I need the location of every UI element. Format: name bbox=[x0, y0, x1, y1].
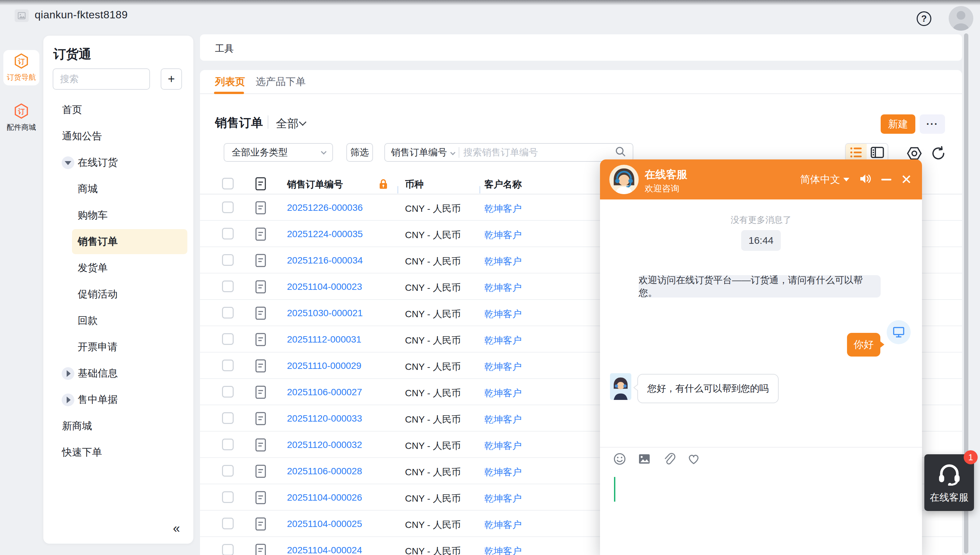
user-avatar[interactable] bbox=[949, 6, 973, 30]
chevron-right-icon[interactable] bbox=[62, 393, 74, 406]
row-checkbox[interactable] bbox=[222, 201, 233, 213]
customer-link[interactable]: 乾坤客户 bbox=[484, 308, 522, 321]
document-icon[interactable] bbox=[255, 386, 266, 400]
new-order-button[interactable]: 新建 bbox=[881, 114, 915, 134]
customer-link[interactable]: 乾坤客户 bbox=[484, 492, 522, 505]
document-icon[interactable] bbox=[255, 280, 266, 295]
chevron-down-icon[interactable] bbox=[299, 119, 307, 126]
chevron-right-icon[interactable] bbox=[62, 367, 74, 380]
more-actions-button[interactable]: ··· bbox=[920, 114, 945, 134]
search-field-selector[interactable]: 销售订单编号 bbox=[391, 146, 447, 159]
sidebar-item-0[interactable]: 首页 bbox=[43, 97, 193, 123]
order-number-link[interactable]: 20251030-000021 bbox=[287, 308, 363, 319]
customer-link[interactable]: 乾坤客户 bbox=[484, 281, 522, 294]
order-number-link[interactable]: 20251226-000036 bbox=[287, 202, 363, 213]
order-number-link[interactable]: 20251110-000029 bbox=[287, 361, 361, 371]
column-header-order-no[interactable]: 销售订单编号 bbox=[287, 178, 343, 191]
filter-button[interactable]: 筛选 bbox=[346, 143, 373, 162]
order-number-link[interactable]: 20251104-000024 bbox=[287, 545, 362, 555]
order-number-link[interactable]: 20251112-000031 bbox=[287, 334, 361, 345]
document-icon[interactable] bbox=[255, 465, 266, 479]
row-checkbox[interactable] bbox=[222, 518, 233, 529]
rail-item-order-nav[interactable]: 订 订货导航 bbox=[3, 50, 39, 85]
customer-link[interactable]: 乾坤客户 bbox=[484, 361, 522, 373]
order-number-link[interactable]: 20251120-000032 bbox=[287, 440, 362, 450]
customer-link[interactable]: 乾坤客户 bbox=[484, 229, 522, 242]
chevron-down-icon[interactable] bbox=[450, 150, 456, 155]
lock-icon[interactable] bbox=[378, 178, 388, 191]
sidebar-item-10[interactable]: 基础信息 bbox=[43, 360, 193, 387]
select-all-checkbox[interactable] bbox=[222, 178, 233, 189]
minimize-icon[interactable] bbox=[881, 179, 891, 180]
business-type-dropdown[interactable]: 全部业务类型 bbox=[224, 143, 333, 162]
heart-icon[interactable] bbox=[687, 452, 701, 467]
sidebar-item-1[interactable]: 通知公告 bbox=[43, 123, 193, 149]
list-view-button[interactable] bbox=[846, 144, 866, 161]
sidebar-item-11[interactable]: 售中单据 bbox=[43, 387, 193, 413]
row-checkbox[interactable] bbox=[222, 254, 233, 266]
customer-link[interactable]: 乾坤客户 bbox=[484, 255, 522, 268]
image-icon[interactable] bbox=[637, 452, 651, 467]
row-checkbox[interactable] bbox=[222, 228, 233, 239]
column-header-currency[interactable]: 币种 bbox=[405, 178, 424, 191]
row-checkbox[interactable] bbox=[222, 386, 233, 398]
tab-select-product-order[interactable]: 选产品下单 bbox=[256, 70, 306, 93]
row-checkbox[interactable] bbox=[222, 281, 233, 292]
online-support-floating-button[interactable]: 1 在线客服 bbox=[924, 454, 974, 511]
rail-item-parts-mall[interactable]: 订 配件商城 bbox=[3, 100, 39, 135]
order-number-link[interactable]: 20251224-000035 bbox=[287, 229, 363, 239]
customer-link[interactable]: 乾坤客户 bbox=[484, 387, 522, 399]
document-icon[interactable] bbox=[255, 306, 266, 321]
document-icon[interactable] bbox=[255, 412, 266, 427]
refresh-icon[interactable] bbox=[930, 146, 946, 161]
customer-link[interactable]: 乾坤客户 bbox=[484, 334, 522, 347]
sidebar-item-3[interactable]: 商城 bbox=[43, 176, 193, 202]
scope-selector[interactable]: 全部 bbox=[276, 116, 299, 132]
tab-list-page[interactable]: 列表页 bbox=[215, 70, 245, 93]
column-resize-handle[interactable] bbox=[479, 186, 480, 194]
order-number-link[interactable]: 20251104-000023 bbox=[287, 281, 362, 292]
sidebar-item-6[interactable]: 发货单 bbox=[43, 255, 193, 281]
document-icon[interactable] bbox=[255, 517, 266, 532]
row-checkbox[interactable] bbox=[222, 412, 233, 424]
sidebar-item-8[interactable]: 回款 bbox=[43, 308, 193, 334]
row-checkbox[interactable] bbox=[222, 333, 233, 345]
order-number-link[interactable]: 20251104-000025 bbox=[287, 519, 362, 529]
order-number-link[interactable]: 20251106-000027 bbox=[287, 387, 362, 398]
sidebar-item-5[interactable]: 销售订单 bbox=[43, 228, 193, 255]
language-selector[interactable]: 简体中文 bbox=[800, 173, 849, 186]
chat-message-input[interactable] bbox=[613, 472, 909, 532]
document-icon[interactable] bbox=[255, 438, 266, 453]
row-checkbox[interactable] bbox=[222, 544, 233, 555]
order-search-input[interactable] bbox=[463, 147, 611, 158]
customer-link[interactable]: 乾坤客户 bbox=[484, 413, 522, 426]
help-icon[interactable]: ? bbox=[917, 11, 931, 26]
row-checkbox[interactable] bbox=[222, 491, 233, 503]
customer-link[interactable]: 乾坤客户 bbox=[484, 440, 522, 452]
board-view-button[interactable] bbox=[866, 144, 888, 161]
customer-link[interactable]: 乾坤客户 bbox=[484, 545, 522, 555]
sound-icon[interactable] bbox=[858, 172, 872, 187]
document-icon[interactable] bbox=[255, 254, 266, 268]
row-checkbox[interactable] bbox=[222, 439, 233, 450]
column-header-customer[interactable]: 客户名称 bbox=[484, 178, 522, 191]
document-icon[interactable] bbox=[255, 333, 266, 348]
customer-link[interactable]: 乾坤客户 bbox=[484, 202, 522, 215]
row-checkbox[interactable] bbox=[222, 359, 233, 371]
order-number-link[interactable]: 20251216-000034 bbox=[287, 255, 363, 266]
sidebar-item-4[interactable]: 购物车 bbox=[43, 202, 193, 228]
search-icon[interactable] bbox=[615, 146, 627, 159]
order-number-link[interactable]: 20251106-000028 bbox=[287, 466, 362, 476]
sidebar-item-7[interactable]: 促销活动 bbox=[43, 281, 193, 308]
add-button[interactable]: + bbox=[161, 68, 182, 90]
sidebar-search-input[interactable] bbox=[53, 68, 150, 90]
column-resize-handle[interactable] bbox=[397, 186, 398, 194]
document-icon[interactable] bbox=[255, 228, 266, 242]
attachment-icon[interactable] bbox=[662, 452, 676, 467]
document-icon[interactable] bbox=[255, 491, 266, 505]
row-checkbox[interactable] bbox=[222, 465, 233, 476]
sidebar-item-2[interactable]: 在线订货 bbox=[43, 149, 193, 176]
customer-link[interactable]: 乾坤客户 bbox=[484, 466, 522, 479]
document-icon[interactable] bbox=[255, 201, 266, 216]
customer-link[interactable]: 乾坤客户 bbox=[484, 519, 522, 531]
